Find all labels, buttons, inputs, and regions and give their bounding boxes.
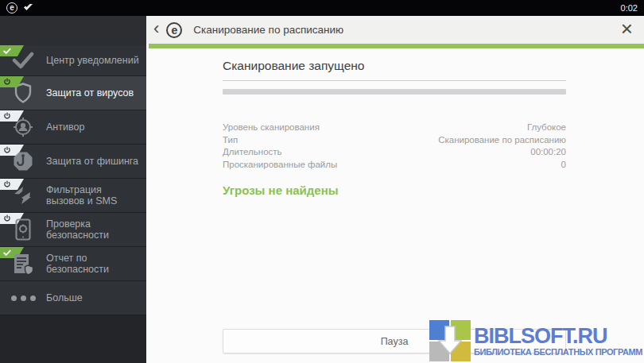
watermark-subtitle: БИБЛИОТЕКА БЕСПЛАТНЫХ ПРОГРАММ	[474, 347, 642, 357]
sidebar-item-security-report[interactable]: Отчет по безопасности	[0, 246, 146, 280]
scan-status-title: Сканирование запущено	[223, 59, 566, 73]
sidebar-item-antivirus[interactable]: Защита от вирусов	[0, 75, 146, 110]
sidebar-footer	[0, 315, 146, 362]
title-divider	[223, 80, 566, 81]
sidebar-item-label: Антивор	[46, 122, 89, 133]
page-title: Сканирование по расписанию	[193, 24, 343, 36]
three-dots-icon	[0, 295, 46, 301]
sidebar-item-label: Защита от вирусов	[46, 87, 138, 98]
scan-progress-bar	[223, 89, 566, 95]
no-threats-message: Угрозы не найдены	[223, 183, 566, 197]
sidebar-item-antitheft[interactable]: Антивор	[0, 110, 146, 144]
biblsoft-logo-icon	[429, 320, 471, 361]
sidebar-item-label: Защита от фишинга	[46, 156, 143, 167]
detail-value: Глубокое	[527, 122, 566, 134]
accent-divider	[149, 44, 644, 48]
sidebar-item-label: Больше	[46, 292, 87, 303]
check-flag-notification-icon	[23, 3, 33, 13]
eset-logo-icon: e	[166, 22, 182, 38]
detail-row-scan-type: Тип Сканирование по расписанию	[223, 134, 566, 147]
close-icon[interactable]: ×	[621, 18, 633, 39]
sidebar: Центр уведомлений Защита от вирусов	[0, 16, 146, 363]
sidebar-item-label: Отчет по безопасности	[46, 253, 146, 275]
sidebar-item-antiphishing[interactable]: Защита от фишинга	[0, 144, 146, 178]
eset-notification-icon: e	[6, 2, 17, 14]
detail-value: Сканирование по расписанию	[438, 134, 566, 147]
sidebar-item-more[interactable]: Больше	[0, 280, 146, 315]
screen-header: ‹ e Сканирование по расписанию ×	[146, 16, 644, 44]
detail-row-scanned-files: Просканированные файлы 0	[223, 159, 566, 172]
back-icon[interactable]: ‹	[151, 20, 161, 37]
detail-row-duration: Длительность 00:00:20	[223, 146, 566, 159]
detail-row-scan-level: Уровень сканирования Глубокое	[223, 122, 566, 134]
main-content: Сканирование запущено Уровень сканирован…	[146, 48, 644, 363]
detail-label: Уровень сканирования	[223, 122, 320, 134]
clock-text: 0:02	[621, 3, 638, 13]
scan-details: Уровень сканирования Глубокое Тип Сканир…	[223, 122, 566, 171]
detail-label: Длительность	[223, 146, 282, 159]
sidebar-item-label: Проверка безопасности	[46, 218, 146, 241]
app-window: e 0:02 ‹ e Сканирование по расписанию × …	[0, 0, 644, 363]
sidebar-item-label: Фильтрация вызовов и SMS	[46, 184, 146, 207]
sidebar-item-security-audit[interactable]: Проверка безопасности	[0, 212, 146, 246]
detail-value: 00:00:20	[530, 146, 566, 159]
sidebar-spacer	[0, 16, 146, 45]
android-status-bar: e 0:02	[0, 0, 644, 16]
sidebar-item-label: Центр уведомлений	[46, 55, 144, 66]
watermark-title: BIBLSOFT.RU	[474, 325, 642, 347]
detail-label: Тип	[223, 134, 238, 147]
sidebar-item-notification-center[interactable]: Центр уведомлений	[0, 45, 146, 75]
detail-value: 0	[561, 159, 566, 172]
detail-label: Просканированные файлы	[223, 159, 337, 172]
biblsoft-watermark: BIBLSOFT.RU БИБЛИОТЕКА БЕСПЛАТНЫХ ПРОГРА…	[429, 320, 642, 361]
sidebar-item-call-sms-filter[interactable]: Фильтрация вызовов и SMS	[0, 178, 146, 212]
